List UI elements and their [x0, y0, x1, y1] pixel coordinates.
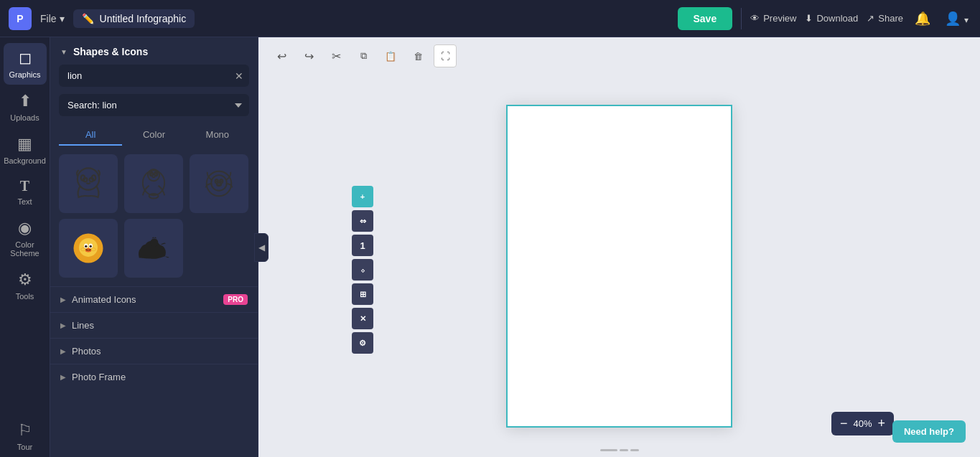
- tour-icon: ⚐: [18, 421, 32, 440]
- copy-button[interactable]: ⧉: [352, 44, 375, 67]
- list-item[interactable]: [124, 154, 183, 213]
- download-button[interactable]: ⬇ Download: [805, 13, 858, 24]
- zoom-out-button[interactable]: −: [840, 416, 848, 431]
- paste-icon: 📋: [385, 51, 396, 62]
- svg-point-27: [81, 248, 85, 250]
- photo-frame-section[interactable]: ▶ Photo Frame: [50, 364, 258, 390]
- sidebar-item-text[interactable]: T Text: [4, 172, 47, 212]
- plus-icon: +: [360, 192, 365, 201]
- redo-button[interactable]: ↪: [297, 44, 320, 67]
- lines-section[interactable]: ▶ Lines: [50, 312, 258, 338]
- svg-point-20: [79, 238, 98, 257]
- zoom-in-button[interactable]: +: [877, 416, 885, 431]
- svg-point-23: [85, 245, 87, 248]
- chevron-right-icon: ▶: [60, 347, 66, 355]
- grid-button[interactable]: ⊞: [352, 283, 373, 305]
- sidebar-item-tools[interactable]: ⚙ Tools: [4, 265, 47, 306]
- panels-wrapper: ▼ Shapes & Icons ✕ Search: lion All Colo…: [50, 37, 258, 457]
- filter-tabs: All Color Mono: [50, 125, 258, 154]
- user-menu-button[interactable]: 👤 ▾: [942, 8, 971, 29]
- main-area: ◻ Graphics ⬆ Uploads ▦ Background T Text…: [0, 37, 980, 457]
- notifications-button[interactable]: 🔔: [912, 8, 933, 29]
- canvas-document: [506, 105, 732, 428]
- cut-button[interactable]: ✂: [325, 44, 347, 67]
- chevron-right-icon: ▶: [60, 296, 66, 303]
- close-icon: ✕: [360, 314, 366, 324]
- cut-icon: ✂: [332, 50, 341, 63]
- page-number-button[interactable]: 1: [352, 235, 373, 256]
- paste-button[interactable]: 📋: [379, 44, 402, 67]
- uploads-icon: ⬆: [19, 92, 32, 110]
- color-scheme-icon: ◉: [18, 219, 32, 237]
- preview-button[interactable]: 👁 Preview: [750, 13, 796, 24]
- sidebar-item-uploads[interactable]: ⬆ Uploads: [4, 86, 47, 128]
- tab-all[interactable]: All: [59, 125, 122, 146]
- add-page-button[interactable]: +: [352, 186, 373, 207]
- graphics-icon: ◻: [19, 49, 32, 67]
- share-icon: ↗: [867, 13, 874, 24]
- photos-section[interactable]: ▶ Photos: [50, 338, 258, 364]
- svg-point-3: [83, 178, 87, 182]
- preview-icon: 👁: [750, 13, 760, 24]
- save-button[interactable]: Save: [678, 7, 733, 30]
- collapse-panel-button[interactable]: ◀: [254, 233, 269, 262]
- collapse-icon: ◀: [258, 242, 265, 253]
- file-menu-button[interactable]: File ▾: [40, 13, 65, 24]
- sidebar-item-graphics[interactable]: ◻ Graphics: [4, 43, 47, 85]
- distribute-vertical-button[interactable]: ⬦: [352, 259, 373, 281]
- fullscreen-icon: ⛶: [441, 51, 450, 62]
- svg-point-10: [154, 173, 157, 175]
- list-item[interactable]: [59, 219, 118, 278]
- tools-icon: ⚙: [18, 270, 32, 289]
- svg-point-16: [215, 180, 218, 182]
- search-clear-button[interactable]: ✕: [235, 70, 243, 82]
- close-page-button[interactable]: ✕: [352, 308, 373, 329]
- divider: [741, 8, 742, 29]
- canvas-toolbar: ↩ ↪ ✂ ⧉ 📋 🗑 ⛶: [258, 37, 980, 75]
- canvas-area: ↩ ↪ ✂ ⧉ 📋 🗑 ⛶: [258, 37, 980, 457]
- settings-icon: ⚙: [359, 339, 366, 348]
- need-help-button[interactable]: Need help?: [892, 420, 966, 443]
- distribute-v-icon: ⬦: [360, 265, 365, 274]
- tab-mono[interactable]: Mono: [186, 125, 249, 146]
- distribute-h-icon: ⇔: [360, 217, 366, 226]
- document-title-box[interactable]: ✏️ Untitled Infographic: [73, 9, 195, 28]
- svg-point-26: [87, 248, 89, 250]
- list-item[interactable]: [59, 154, 118, 213]
- pro-badge: PRO: [223, 294, 248, 305]
- left-panel: ▼ Shapes & Icons ✕ Search: lion All Colo…: [50, 37, 258, 457]
- search-type-dropdown[interactable]: Search: lion: [59, 94, 249, 116]
- svg-point-24: [90, 245, 92, 248]
- chevron-right-icon: ▶: [60, 321, 66, 329]
- page-number: 1: [360, 240, 365, 251]
- shapes-icons-header[interactable]: ▼ Shapes & Icons: [50, 37, 258, 65]
- list-item[interactable]: [190, 154, 248, 213]
- topbar: P File ▾ ✏️ Untitled Infographic Save 👁 …: [0, 0, 980, 37]
- svg-point-4: [90, 178, 93, 182]
- search-input[interactable]: [59, 65, 249, 87]
- redo-icon: ↪: [304, 50, 314, 63]
- sidebar-item-color-scheme[interactable]: ◉ Color Scheme: [4, 213, 47, 263]
- user-icon: 👤: [945, 11, 961, 26]
- page-settings-button[interactable]: ⚙: [352, 332, 373, 354]
- sidebar-icons: ◻ Graphics ⬆ Uploads ▦ Background T Text…: [0, 37, 50, 457]
- delete-button[interactable]: 🗑: [406, 44, 429, 67]
- svg-point-17: [220, 180, 223, 182]
- share-button[interactable]: ↗ Share: [867, 13, 903, 24]
- tab-color[interactable]: Color: [122, 125, 185, 146]
- background-icon: ▦: [17, 135, 32, 154]
- section-chevron-down: ▼: [60, 48, 67, 56]
- undo-button[interactable]: ↩: [270, 44, 293, 67]
- search-box: ✕: [59, 65, 249, 87]
- scroll-indicator: [600, 449, 639, 451]
- sidebar-item-tour[interactable]: ⚐ Tour: [4, 415, 47, 457]
- zoom-controls: − 40% +: [831, 412, 894, 435]
- list-item[interactable]: [124, 219, 183, 278]
- fullscreen-button[interactable]: ⛶: [434, 44, 457, 67]
- download-icon: ⬇: [805, 13, 813, 24]
- canvas-float-toolbar: + ⇔ 1 ⬦ ⊞ ✕ ⚙: [352, 186, 373, 354]
- distribute-horizontal-button[interactable]: ⇔: [352, 210, 373, 232]
- zoom-percent: 40%: [853, 418, 872, 429]
- sidebar-item-background[interactable]: ▦ Background: [4, 129, 47, 171]
- animated-icons-section[interactable]: ▶ Animated Icons PRO: [50, 286, 258, 312]
